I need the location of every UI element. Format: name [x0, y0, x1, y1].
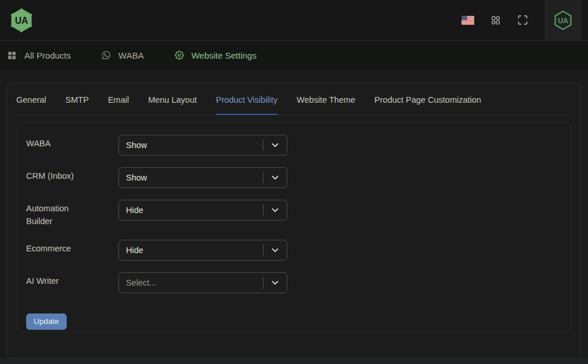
- bottom-strip: [0, 358, 588, 364]
- nav-item-label: WABA: [118, 51, 144, 60]
- form-row-automation-builder: Automation Builder Hide: [26, 200, 561, 228]
- select-value: Show: [119, 140, 263, 150]
- category-grid-icon: [490, 15, 501, 26]
- brand-logo[interactable]: UA: [9, 8, 34, 33]
- fullscreen-icon: [517, 15, 528, 26]
- apps-grid-button[interactable]: [490, 15, 501, 26]
- update-button[interactable]: Update: [26, 313, 67, 330]
- nav-item-label: All Products: [24, 51, 71, 60]
- chevron-down-icon: [264, 205, 287, 215]
- nav-item-all-products[interactable]: All Products: [7, 51, 71, 60]
- fullscreen-button[interactable]: [517, 15, 528, 26]
- field-label: CRM (Inbox): [26, 167, 90, 188]
- field-label: Ecommerce: [26, 240, 90, 261]
- nav-item-waba[interactable]: WABA: [102, 51, 144, 60]
- select-value: Select...: [119, 278, 263, 287]
- tab-product-page-customization[interactable]: Product Page Customization: [374, 95, 481, 114]
- profile-logo-button[interactable]: UA: [544, 0, 582, 40]
- automation-builder-visibility-select[interactable]: Hide: [118, 200, 287, 221]
- field-label: WABA: [26, 135, 90, 156]
- form-row-crm-inbox: CRM (Inbox) Show: [26, 167, 561, 188]
- us-flag-icon: [461, 16, 474, 25]
- tab-menu-layout[interactable]: Menu Layout: [148, 95, 197, 114]
- waba-visibility-select[interactable]: Show: [118, 135, 287, 156]
- language-flag-button[interactable]: [461, 16, 474, 25]
- settings-tabbar: General SMTP Email Menu Layout Product V…: [16, 84, 571, 115]
- select-value: Show: [119, 173, 263, 182]
- nav-item-website-settings[interactable]: Website Settings: [175, 51, 257, 60]
- select-value: Hide: [119, 246, 263, 255]
- form-row-ai-writer: AI Writer Select...: [26, 272, 561, 293]
- hexagon-logo-icon: UA: [9, 8, 34, 33]
- ecommerce-visibility-select[interactable]: Hide: [118, 240, 287, 261]
- product-navbar: All Products WABA Website Settings: [0, 41, 588, 70]
- chevron-down-icon: [264, 277, 287, 288]
- tab-email[interactable]: Email: [108, 95, 129, 114]
- main-content: General SMTP Email Menu Layout Product V…: [0, 70, 588, 358]
- tab-website-theme[interactable]: Website Theme: [297, 95, 355, 114]
- ai-writer-visibility-select[interactable]: Select...: [118, 272, 287, 293]
- tab-product-visibility[interactable]: Product Visibility: [216, 95, 277, 115]
- topbar: UA: [0, 0, 588, 41]
- chevron-down-icon: [264, 172, 287, 183]
- nav-item-label: Website Settings: [192, 51, 257, 60]
- svg-text:UA: UA: [558, 16, 568, 24]
- chevron-down-icon: [264, 140, 287, 150]
- tab-general[interactable]: General: [16, 95, 46, 114]
- settings-card: General SMTP Email Menu Layout Product V…: [6, 83, 581, 358]
- chevron-down-icon: [264, 245, 287, 255]
- svg-text:UA: UA: [15, 16, 28, 26]
- product-visibility-panel: WABA Show CRM (Inbox) Show: [16, 122, 571, 332]
- hexagon-logo-outline-icon: UA: [553, 10, 573, 31]
- grid-2x2-icon: [7, 51, 17, 60]
- field-label: Automation Builder: [26, 200, 90, 228]
- select-value: Hide: [119, 206, 263, 215]
- form-row-ecommerce: Ecommerce Hide: [26, 240, 561, 261]
- field-label: AI Writer: [26, 272, 90, 293]
- whatsapp-icon: [102, 51, 111, 60]
- gear-icon: [175, 51, 184, 60]
- crm-inbox-visibility-select[interactable]: Show: [118, 167, 287, 188]
- form-row-waba: WABA Show: [26, 135, 561, 156]
- tab-smtp[interactable]: SMTP: [66, 95, 89, 114]
- topbar-actions: UA: [461, 0, 588, 40]
